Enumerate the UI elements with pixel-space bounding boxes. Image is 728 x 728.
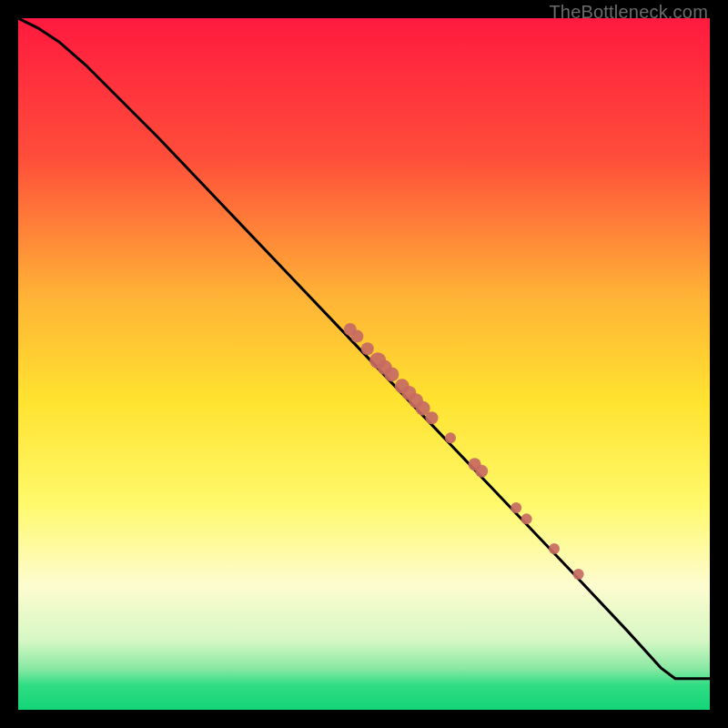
scatter-point (425, 411, 438, 424)
scatter-point (361, 342, 374, 355)
scatter-point (350, 330, 363, 343)
scatter-point (549, 543, 560, 554)
scatter-point (521, 513, 532, 524)
chart-background (18, 18, 710, 710)
scatter-point (384, 367, 399, 381)
chart-svg (18, 18, 710, 710)
chart-frame (18, 18, 710, 710)
watermark-text: TheBottleneck.com (549, 2, 708, 23)
scatter-point (511, 502, 521, 513)
scatter-point (445, 432, 456, 443)
scatter-point (475, 465, 488, 478)
scatter-point (573, 569, 584, 580)
